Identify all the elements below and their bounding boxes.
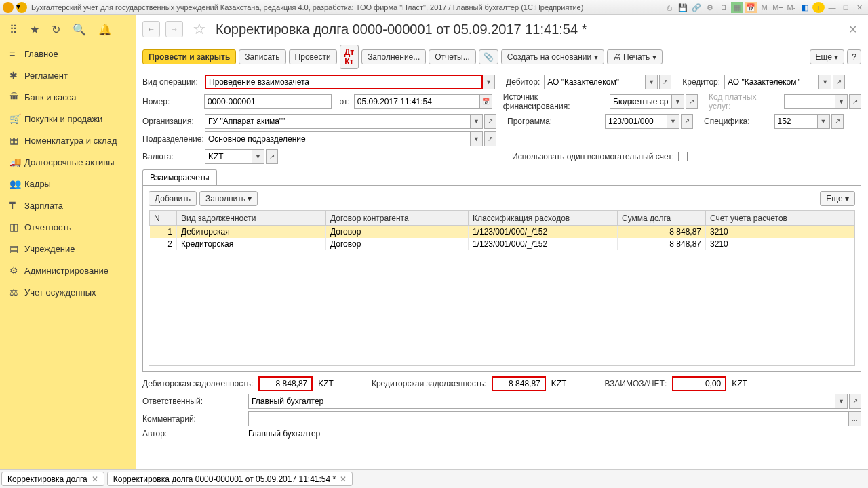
forward-button[interactable]: → [165, 21, 183, 37]
sidebar-item-main[interactable]: ≡Главное [0, 43, 136, 64]
maximize-icon[interactable]: □ [840, 2, 852, 13]
tb-link-icon[interactable]: 🔗 [690, 2, 703, 13]
col-sum[interactable]: Сумма долга [618, 211, 706, 226]
dropdown-icon[interactable]: ▼ [471, 131, 483, 146]
grid-more-button[interactable]: Еще ▾ [820, 191, 855, 206]
reports-button[interactable]: Отчеты... [429, 49, 475, 64]
fin-src-input[interactable] [610, 94, 672, 109]
window-tab-2[interactable]: Корректировка долга 0000-000001 от 05.09… [107, 472, 353, 486]
dropdown-icon[interactable]: ▼ [471, 114, 483, 129]
sidebar-item-reglament[interactable]: ✱Регламент [0, 64, 136, 86]
dept-input[interactable] [205, 131, 471, 146]
tb-gear-icon[interactable]: ⚙ [704, 2, 716, 13]
close-tab-icon[interactable]: ✕ [340, 474, 347, 484]
dropdown-icon[interactable]: ▼ [835, 94, 848, 109]
currency-input[interactable] [205, 149, 252, 164]
sidebar-item-prison[interactable]: ⚖Учет осужденных [0, 281, 136, 303]
close-doc-button[interactable]: ✕ [844, 23, 861, 36]
expand-icon[interactable]: … [849, 411, 861, 426]
dropdown-icon[interactable]: ▼ [483, 75, 495, 89]
tb-print-icon[interactable]: ⎙ [663, 2, 675, 13]
add-row-button[interactable]: Добавить [149, 191, 197, 206]
tab-settlements[interactable]: Взаиморасчеты [142, 169, 217, 185]
col-type[interactable]: Вид задолженности [177, 211, 326, 226]
dt-kt-icon[interactable]: ДтКт [340, 45, 359, 69]
sidebar-item-org[interactable]: ▤Учреждение [0, 238, 136, 260]
open-icon[interactable]: ↗ [686, 94, 698, 109]
sidebar-item-hr[interactable]: 👥Кадры [0, 173, 136, 195]
more-button[interactable]: Еще ▾ [810, 49, 845, 64]
open-icon[interactable]: ↗ [849, 394, 861, 409]
col-class[interactable]: Классификация расходов [469, 211, 618, 226]
dropdown-icon[interactable]: ▾ [16, 2, 27, 13]
fill-rows-button[interactable]: Заполнить ▾ [199, 191, 258, 206]
resp-input[interactable] [248, 394, 835, 409]
minimize-icon[interactable]: — [826, 2, 838, 13]
favorite-icon[interactable]: ☆ [193, 20, 206, 38]
close-tab-icon[interactable]: ✕ [92, 474, 98, 484]
open-icon[interactable]: ↗ [484, 131, 496, 146]
program-input[interactable] [605, 114, 667, 129]
post-button[interactable]: Провести [289, 49, 337, 64]
sidebar-item-sales[interactable]: 🛒Покупки и продажи [0, 108, 136, 129]
sidebar-item-assets[interactable]: 🚚Долгосрочные активы [0, 151, 136, 173]
col-acc[interactable]: Счет учета расчетов [706, 211, 854, 226]
open-icon[interactable]: ↗ [266, 149, 278, 164]
tb-mplus-icon[interactable]: M+ [772, 2, 784, 13]
dropdown-icon[interactable]: ▼ [672, 94, 684, 109]
settlements-grid[interactable]: N Вид задолженности Договор контрагента … [149, 210, 855, 366]
dropdown-icon[interactable]: ▼ [252, 149, 264, 164]
tb-calc-icon[interactable]: 🗒 [717, 2, 730, 13]
table-row[interactable]: 1ДебиторскаяДоговор1/123/001/000/_/1528 … [150, 226, 854, 239]
search-icon[interactable]: 🔍 [73, 23, 86, 36]
dropdown-icon[interactable]: ▼ [835, 394, 848, 409]
fill-button[interactable]: Заполнение... [361, 49, 426, 64]
open-icon[interactable]: ↗ [849, 94, 861, 109]
dropdown-icon[interactable]: ▼ [667, 114, 679, 129]
open-icon[interactable]: ↗ [484, 114, 496, 129]
date-input[interactable] [354, 94, 480, 109]
sidebar-item-salary[interactable]: ₸Зарплата [0, 195, 136, 216]
sidebar-item-reports[interactable]: ▥Отчетность [0, 216, 136, 238]
star-icon[interactable]: ★ [30, 23, 39, 36]
sidebar-item-admin[interactable]: ⚙Администрирование [0, 260, 136, 281]
op-type-input[interactable] [205, 75, 483, 89]
tb-calendar-icon[interactable]: ▦ [731, 2, 743, 13]
number-input[interactable] [204, 94, 332, 109]
print-button[interactable]: 🖨 Печать ▾ [607, 49, 663, 64]
tb-save-icon[interactable]: 💾 [677, 2, 689, 13]
history-icon[interactable]: ↻ [52, 23, 60, 36]
sidebar-item-nomen[interactable]: ▦Номенклатура и склад [0, 129, 136, 151]
close-icon[interactable]: ✕ [853, 2, 865, 13]
open-icon[interactable]: ↗ [659, 75, 671, 89]
dropdown-icon[interactable]: ▼ [819, 75, 831, 89]
comment-input[interactable] [248, 411, 849, 426]
open-icon[interactable]: ↗ [833, 75, 845, 89]
creditor-input[interactable] [724, 75, 819, 89]
tb-calendar2-icon[interactable]: 📅 [745, 2, 757, 13]
tb-mminus-icon[interactable]: M- [785, 2, 797, 13]
window-tab-1[interactable]: Корректировка долга✕ [1, 472, 104, 486]
dropdown-icon[interactable]: ▼ [818, 114, 830, 129]
table-row[interactable]: 2КредиторскаяДоговор1/123/001/000/_/1528… [150, 238, 854, 250]
tb-info-icon[interactable]: i [812, 2, 825, 13]
help-button[interactable]: ? [847, 49, 861, 64]
debitor-input[interactable] [544, 75, 646, 89]
calendar-icon[interactable]: 📅 [480, 94, 492, 109]
org-input[interactable] [205, 114, 471, 129]
tb-panels-icon[interactable]: ◧ [799, 2, 811, 13]
write-button[interactable]: Записать [239, 49, 285, 64]
create-based-button[interactable]: Создать на основании ▾ [501, 49, 604, 64]
open-icon[interactable]: ↗ [831, 114, 844, 129]
col-n[interactable]: N [150, 211, 177, 226]
apps-icon[interactable]: ⠿ [9, 23, 18, 36]
back-button[interactable]: ← [142, 21, 160, 37]
specific-input[interactable] [774, 114, 818, 129]
open-icon[interactable]: ↗ [681, 114, 693, 129]
sidebar-item-bank[interactable]: 🏛Банк и касса [0, 86, 136, 108]
bell-icon[interactable]: 🔔 [98, 23, 112, 36]
attach-icon[interactable]: 📎 [479, 49, 498, 64]
use-one-checkbox[interactable] [678, 152, 688, 161]
dropdown-icon[interactable]: ▼ [646, 75, 658, 89]
col-contract[interactable]: Договор контрагента [326, 211, 469, 226]
